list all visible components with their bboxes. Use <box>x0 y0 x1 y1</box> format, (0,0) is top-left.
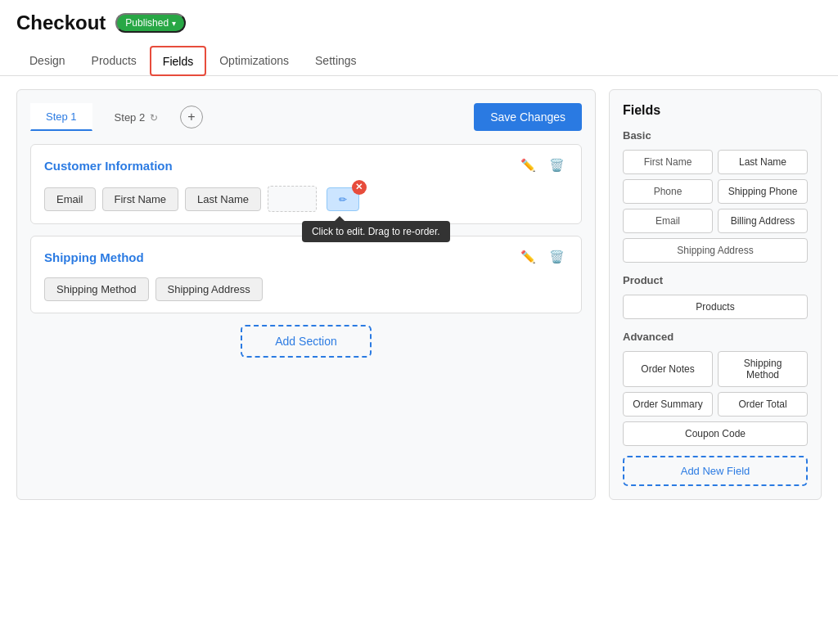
published-label: Published <box>125 17 169 29</box>
tab-optimizations[interactable]: Optimizations <box>206 46 302 75</box>
field-btn-shipping-phone[interactable]: Shipping Phone <box>718 179 808 204</box>
first-name-field-chip[interactable]: First Name <box>102 187 179 211</box>
advanced-section-label: Advanced <box>623 331 808 343</box>
field-btn-coupon-code[interactable]: Coupon Code <box>623 421 808 446</box>
shipping-fields-row: Shipping Method Shipping Address <box>44 277 568 301</box>
field-btn-phone[interactable]: Phone <box>623 179 713 204</box>
published-badge[interactable]: Published ▾ <box>115 13 186 33</box>
left-panel: Step 1 Step 2 ↻ + Save Changes Customer … <box>16 89 596 500</box>
shipping-address-chip[interactable]: Shipping Address <box>155 277 263 301</box>
field-btn-email[interactable]: Email <box>623 209 713 233</box>
chevron-down-icon: ▾ <box>172 19 176 28</box>
main-layout: Step 1 Step 2 ↻ + Save Changes Customer … <box>0 76 838 513</box>
field-btn-order-summary[interactable]: Order Summary <box>623 392 713 417</box>
dragged-chip-wrapper: ✏ ✕ Click to edit. Drag to re-order. <box>327 187 359 211</box>
field-btn-order-total[interactable]: Order Total <box>718 392 808 417</box>
section-actions-shipping: ✏️ 🗑️ <box>517 248 568 266</box>
step-tabs-bar: Step 1 Step 2 ↻ + Save Changes <box>30 103 582 131</box>
remove-dragged-chip-button[interactable]: ✕ <box>352 180 367 195</box>
product-section-label: Product <box>623 274 808 286</box>
page-title: Checkout <box>16 11 106 34</box>
section-actions-customer: ✏️ 🗑️ <box>517 156 568 174</box>
basic-fields-grid: First Name Last Name Phone Shipping Phon… <box>623 150 808 233</box>
product-fields-grid: Products <box>623 295 808 319</box>
delete-shipping-section-button[interactable]: 🗑️ <box>546 248 568 266</box>
shipping-method-title: Shipping Method <box>44 250 517 264</box>
dragged-field-chip[interactable]: ✏ ✕ <box>327 187 359 211</box>
header: Checkout Published ▾ <box>0 0 838 34</box>
right-panel: Fields Basic First Name Last Name Phone … <box>609 89 822 500</box>
email-field-chip[interactable]: Email <box>44 187 96 211</box>
section-header-customer: Customer Information ✏️ 🗑️ <box>44 156 568 174</box>
add-section-button[interactable]: Add Section <box>241 325 372 358</box>
delete-customer-section-button[interactable]: 🗑️ <box>546 156 568 174</box>
tab-fields[interactable]: Fields <box>150 46 206 76</box>
coupon-grid: Coupon Code <box>623 421 808 446</box>
nav-tabs: Design Products Fields Optimizations Set… <box>0 39 838 76</box>
pencil-icon: ✏ <box>339 194 347 205</box>
add-new-field-button[interactable]: Add New Field <box>623 456 808 486</box>
advanced-fields-grid: Order Notes Shipping Method Order Summar… <box>623 351 808 417</box>
tab-settings[interactable]: Settings <box>302 46 370 75</box>
tab-design[interactable]: Design <box>16 46 79 75</box>
step2-tab[interactable]: Step 2 ↻ <box>99 104 173 131</box>
field-btn-last-name[interactable]: Last Name <box>718 150 808 174</box>
field-btn-shipping-method[interactable]: Shipping Method <box>718 351 808 387</box>
refresh-icon: ↻ <box>150 112 158 124</box>
plus-icon: + <box>187 110 195 124</box>
add-step-button[interactable]: + <box>180 106 203 128</box>
field-btn-billing-address[interactable]: Billing Address <box>718 209 808 233</box>
field-btn-shipping-address[interactable]: Shipping Address <box>623 238 808 263</box>
field-btn-first-name[interactable]: First Name <box>623 150 713 174</box>
field-btn-order-notes[interactable]: Order Notes <box>623 351 713 387</box>
shipping-address-grid: Shipping Address <box>623 238 808 263</box>
shipping-method-section: Shipping Method ✏️ 🗑️ Shipping Method Sh… <box>30 236 582 313</box>
save-changes-button[interactable]: Save Changes <box>474 103 582 131</box>
section-header-shipping: Shipping Method ✏️ 🗑️ <box>44 248 568 266</box>
right-panel-title: Fields <box>623 103 808 118</box>
customer-info-title: Customer Information <box>44 159 517 173</box>
edit-shipping-section-button[interactable]: ✏️ <box>517 248 539 266</box>
customer-fields-row: Email First Name Last Name ✏ ✕ Click to … <box>44 186 568 212</box>
field-btn-products[interactable]: Products <box>623 295 808 319</box>
edit-customer-section-button[interactable]: ✏️ <box>517 156 539 174</box>
shipping-method-chip[interactable]: Shipping Method <box>44 277 149 301</box>
tab-products[interactable]: Products <box>79 46 150 75</box>
customer-information-section: Customer Information ✏️ 🗑️ Email First N… <box>30 144 582 224</box>
basic-section-label: Basic <box>623 129 808 142</box>
drag-tooltip: Click to edit. Drag to re-order. <box>302 221 450 242</box>
placeholder-chip <box>268 186 317 212</box>
step1-tab[interactable]: Step 1 <box>30 103 92 131</box>
last-name-field-chip[interactable]: Last Name <box>185 187 261 211</box>
